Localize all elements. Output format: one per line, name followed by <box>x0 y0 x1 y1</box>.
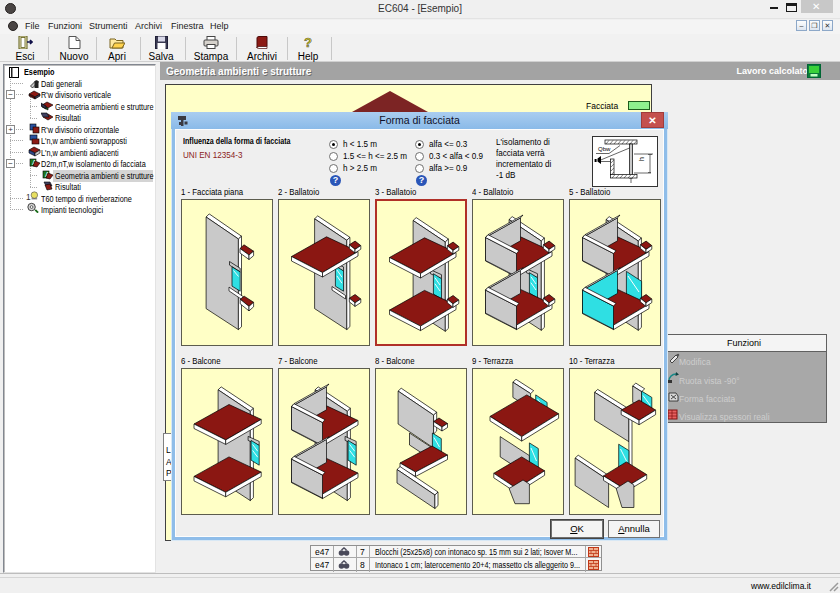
svg-text:h: h <box>638 157 645 161</box>
svg-text:?: ? <box>304 36 312 49</box>
svg-text:1: 1 <box>26 192 31 202</box>
svg-text:Qbw: Qbw <box>598 146 611 152</box>
